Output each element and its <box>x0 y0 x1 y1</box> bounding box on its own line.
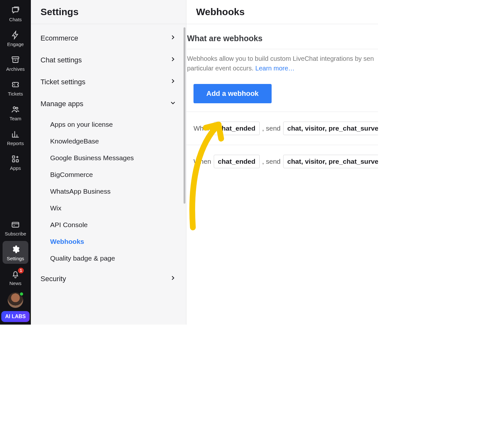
chat-icon <box>11 6 20 15</box>
avatar[interactable] <box>8 292 23 308</box>
rule-event-chip: chat_ended <box>214 122 260 135</box>
page-title: Webhooks <box>186 0 378 24</box>
rule-payload-chip: chat, visitor, pre_chat_survey <box>283 122 378 135</box>
chart-icon <box>11 130 20 139</box>
webhooks-description: Webhooks allow you to build custom LiveC… <box>187 49 378 73</box>
app-rail: Chats Engage Archives Tickets Team <box>0 0 31 325</box>
subitem-bigcommerce[interactable]: BigCommerce <box>42 166 185 183</box>
rail-item-team[interactable]: Team <box>3 101 28 124</box>
rail-label: Apps <box>10 165 21 171</box>
apps-icon <box>11 154 20 163</box>
status-online-dot <box>19 292 24 296</box>
chevron-right-icon <box>169 78 176 87</box>
rail-label: Chats <box>9 17 22 22</box>
rail-label: Team <box>10 116 22 121</box>
rule-sep: , send <box>262 158 281 165</box>
settings-section-chat[interactable]: Chat settings <box>32 49 185 71</box>
manage-apps-subitems: Apps on your license KnowledgeBase Googl… <box>32 115 185 268</box>
rail-item-tickets[interactable]: Tickets <box>3 76 28 99</box>
settings-list: Ecommerce Chat settings Ticket settings … <box>31 24 186 299</box>
ai-labs-button[interactable]: AI LABS <box>1 311 30 322</box>
desc-line1: Webhooks allow you to build custom LiveC… <box>187 55 374 62</box>
rail-item-apps[interactable]: Apps <box>3 151 28 173</box>
team-icon <box>11 105 20 114</box>
chevron-down-icon <box>169 99 176 108</box>
desc-line2: particular event occurs. <box>187 65 255 72</box>
rail-item-engage[interactable]: Engage <box>3 27 28 50</box>
learn-more-link[interactable]: Learn more… <box>255 65 294 72</box>
rail-item-settings[interactable]: Settings <box>3 241 28 264</box>
section-title: What are webhooks <box>187 34 378 49</box>
add-webhook-button[interactable]: Add a webhook <box>194 84 272 103</box>
rule-when: When <box>194 124 211 132</box>
subitem-quality-badge[interactable]: Quality badge & page <box>42 250 185 267</box>
settings-scrollbar[interactable] <box>184 27 185 321</box>
rail-label: Engage <box>7 41 24 47</box>
subitem-webhooks[interactable]: Webhooks <box>42 233 185 250</box>
settings-section-ticket[interactable]: Ticket settings <box>32 71 185 93</box>
rule-sep: , send <box>262 124 281 132</box>
scrollbar-thumb[interactable] <box>184 27 185 204</box>
chevron-right-icon <box>169 34 176 43</box>
gear-icon <box>11 245 20 254</box>
archive-icon <box>11 55 20 64</box>
webhook-rule-row[interactable]: When chat_ended , send chat, visitor, pr… <box>186 112 378 145</box>
subitem-whatsapp[interactable]: WhatsApp Business <box>42 183 185 200</box>
rail-label: Archives <box>6 66 25 72</box>
svg-rect-0 <box>12 57 19 59</box>
webhook-rule-row[interactable]: When chat_ended , send chat, visitor, pr… <box>186 145 378 178</box>
subitem-google-business[interactable]: Google Business Messages <box>42 150 185 166</box>
svg-point-1 <box>13 107 15 109</box>
svg-point-2 <box>16 107 18 109</box>
rail-label: Reports <box>7 141 24 146</box>
rail-item-chats[interactable]: Chats <box>3 2 28 25</box>
subitem-wix[interactable]: Wix <box>42 200 185 217</box>
rail-label: Subscribe <box>5 231 26 236</box>
webhook-rules: When chat_ended , send chat, visitor, pr… <box>186 112 378 178</box>
settings-section-manage-apps[interactable]: Manage apps <box>32 93 185 115</box>
main-content: Webhooks What are webhooks Webhooks allo… <box>186 0 378 325</box>
section-label: Security <box>40 275 66 283</box>
subitem-api-console[interactable]: API Console <box>42 217 185 233</box>
rail-item-archives[interactable]: Archives <box>3 51 28 74</box>
svg-rect-3 <box>13 156 15 158</box>
subitem-apps-license[interactable]: Apps on your license <box>42 116 185 133</box>
chevron-right-icon <box>169 56 176 65</box>
settings-section-ecommerce[interactable]: Ecommerce <box>32 27 185 49</box>
rail-item-subscribe[interactable]: Subscribe <box>3 216 28 239</box>
svg-rect-5 <box>16 160 18 162</box>
rail-item-reports[interactable]: Reports <box>3 126 28 149</box>
ticket-icon <box>11 80 20 89</box>
settings-panel: Settings Ecommerce Chat settings Ticket … <box>31 0 186 325</box>
settings-section-security[interactable]: Security <box>32 268 185 290</box>
section-label: Ecommerce <box>40 34 78 42</box>
subitem-knowledgebase[interactable]: KnowledgeBase <box>42 133 185 150</box>
section-label: Chat settings <box>40 56 82 64</box>
card-icon <box>11 220 20 229</box>
rail-label: Tickets <box>8 91 23 97</box>
svg-rect-6 <box>12 222 19 227</box>
settings-title: Settings <box>31 0 186 24</box>
rule-when: When <box>194 158 211 165</box>
section-label: Manage apps <box>40 100 83 108</box>
chevron-right-icon <box>169 274 176 283</box>
section-label: Ticket settings <box>40 78 86 86</box>
rule-payload-chip: chat, visitor, pre_chat_survey <box>283 155 378 168</box>
news-badge: 1 <box>18 268 24 273</box>
rail-item-news[interactable]: 1 News <box>3 266 28 289</box>
bolt-icon <box>11 31 20 40</box>
rail-label: Settings <box>7 256 24 261</box>
rule-event-chip: chat_ended <box>214 155 260 168</box>
svg-rect-4 <box>13 160 15 162</box>
rail-label: News <box>9 281 22 286</box>
